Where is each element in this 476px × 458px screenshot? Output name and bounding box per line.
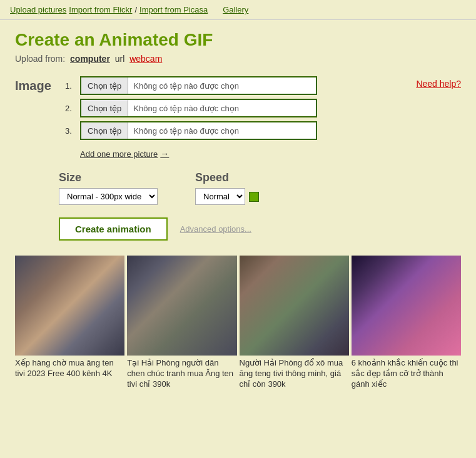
file-name-3: Không có tệp nào được chọn: [128, 122, 316, 139]
size-heading: Size: [59, 171, 158, 184]
image-label: Image: [15, 76, 53, 93]
gallery-caption-4: 6 khoảnh khắc khiến cuộc thi sắc đẹp tầm…: [352, 356, 461, 390]
upload-computer-link[interactable]: computer: [70, 54, 110, 64]
add-more-arrow: →: [160, 149, 169, 159]
nav-gallery[interactable]: Gallery: [223, 5, 248, 14]
upload-webcam-link[interactable]: webcam: [129, 54, 162, 64]
speed-select[interactable]: NormalSlowFast: [195, 188, 245, 205]
file-row-3: 3. Chọn tệp Không có tệp nào được chọn: [65, 121, 403, 140]
action-row: Create animation Advanced options...: [15, 217, 461, 241]
file-choose-btn-3[interactable]: Chọn tệp: [81, 122, 128, 139]
top-navigation: Upload pictures Import from Flickr / Imp…: [0, 0, 476, 20]
file-input-wrapper-1: Chọn tệp Không có tệp nào được chọn: [80, 76, 317, 95]
need-help-link[interactable]: Need help?: [416, 79, 461, 89]
gallery-row: Xếp hàng chờ mua ăng ten tivi 2023 Free …: [15, 256, 461, 390]
image-section: Image 1. Chọn tệp Không có tệp nào được …: [15, 76, 461, 159]
row-num-2: 2.: [65, 104, 76, 113]
upload-url-link[interactable]: url: [115, 54, 125, 64]
file-input-wrapper-3: Chọn tệp Không có tệp nào được chọn: [80, 121, 317, 140]
speed-indicator: [249, 192, 259, 202]
upload-from-label: Upload from:: [15, 54, 65, 64]
size-block: Size Normal - 300px wideSmall - 200px wi…: [59, 171, 158, 205]
main-content: Create an Animated GIF Upload from: comp…: [0, 20, 476, 400]
page-title: Create an Animated GIF: [15, 30, 461, 50]
gallery-caption-1: Xếp hàng chờ mua ăng ten tivi 2023 Free …: [15, 356, 124, 379]
speed-heading: Speed: [195, 171, 259, 184]
create-animation-button[interactable]: Create animation: [59, 217, 168, 241]
nav-import-picasa[interactable]: Import from Picasa: [139, 5, 208, 14]
gallery-caption-3: Người Hải Phòng đổ xô mua ăng teng tivi …: [240, 356, 349, 390]
file-name-1: Không có tệp nào được chọn: [128, 77, 316, 94]
gallery-thumb-2: [127, 256, 236, 356]
upload-from: Upload from: computer url webcam: [15, 54, 461, 64]
file-name-2: Không có tệp nào được chọn: [128, 100, 316, 116]
file-choose-btn-1[interactable]: Chọn tệp: [81, 77, 128, 94]
gallery-thumb-1: [15, 256, 124, 356]
nav-upload[interactable]: Upload pictures: [10, 5, 66, 14]
gallery-thumb-4: [352, 256, 461, 356]
add-more-text: Add one more picture: [80, 149, 158, 159]
speed-block: Speed NormalSlowFast: [195, 171, 259, 205]
advanced-options-link[interactable]: Advanced options...: [180, 224, 251, 234]
gallery-item-4: 6 khoảnh khắc khiến cuộc thi sắc đẹp tầm…: [352, 256, 461, 390]
gallery-item-2: Tại Hải Phòng người dân chen chúc tranh …: [127, 256, 236, 390]
speed-select-row: NormalSlowFast: [195, 188, 259, 205]
file-row-2: 2. Chọn tệp Không có tệp nào được chọn: [65, 99, 403, 117]
add-more-link[interactable]: Add one more picture →: [80, 149, 169, 159]
file-inputs: 1. Chọn tệp Không có tệp nào được chọn 2…: [65, 76, 403, 159]
size-select-row: Normal - 300px wideSmall - 200px wideLar…: [59, 188, 158, 205]
row-num-1: 1.: [65, 81, 76, 91]
gallery-item-1: Xếp hàng chờ mua ăng ten tivi 2023 Free …: [15, 256, 124, 390]
file-input-wrapper-2: Chọn tệp Không có tệp nào được chọn: [80, 99, 317, 117]
gallery-item-3: Người Hải Phòng đổ xô mua ăng teng tivi …: [240, 256, 349, 390]
nav-separator: /: [134, 5, 137, 14]
row-num-3: 3.: [65, 126, 76, 136]
gallery-thumb-3: [240, 256, 349, 356]
file-row-1: 1. Chọn tệp Không có tệp nào được chọn: [65, 76, 403, 95]
gallery-caption-2: Tại Hải Phòng người dân chen chúc tranh …: [127, 356, 236, 390]
file-choose-btn-2[interactable]: Chọn tệp: [81, 100, 128, 116]
size-speed-section: Size Normal - 300px wideSmall - 200px wi…: [15, 171, 461, 205]
nav-import-flickr[interactable]: Import from Flickr: [69, 5, 132, 14]
size-select[interactable]: Normal - 300px wideSmall - 200px wideLar…: [59, 188, 158, 205]
